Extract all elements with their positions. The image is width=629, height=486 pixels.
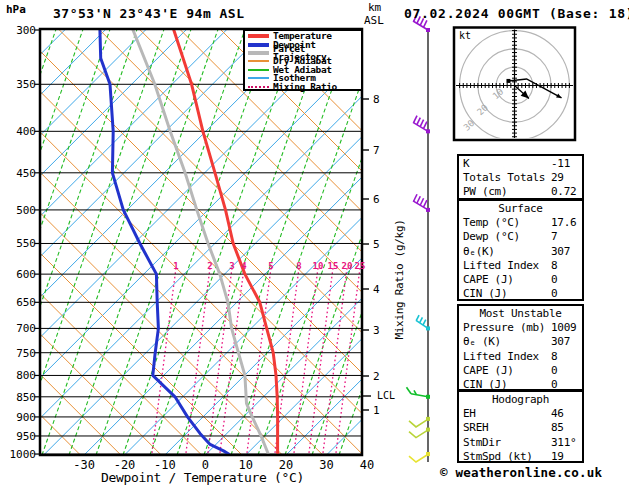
hodograph-trace-start	[506, 79, 510, 83]
dry-adiabat-line	[0, 29, 242, 455]
hodograph: 102030	[454, 28, 575, 141]
isotherm-line	[44, 29, 470, 455]
isotherm-line	[0, 29, 25, 455]
isotherm-line	[0, 29, 66, 455]
wet-adiabat-line	[258, 29, 407, 455]
chart-graphic	[417, 196, 420, 203]
dewpoint-curve	[100, 30, 229, 454]
wet-adiabat-line	[123, 29, 272, 455]
isotherm-line	[0, 29, 147, 455]
chart-graphic	[420, 18, 423, 25]
chart-graphic	[416, 315, 419, 321]
skewt-sounding-page: 102030 hPa 37°53'N 23°43'E 94m ASL km AS…	[0, 0, 629, 486]
wet-adiabat-line	[15, 29, 164, 455]
dry-adiabat-line	[0, 29, 323, 455]
chart-graphic	[409, 455, 427, 462]
chart-graphic	[424, 20, 427, 27]
dry-adiabat-line	[18, 29, 444, 455]
isotherm-line	[0, 29, 106, 455]
chart-graphic	[420, 198, 423, 205]
wind-barb	[413, 14, 430, 32]
chart-graphic	[414, 194, 417, 201]
wet-adiabat-line	[69, 29, 218, 455]
chart-graphic	[417, 16, 420, 23]
dry-adiabat-line	[58, 29, 484, 455]
wet-adiabat-line	[0, 29, 29, 455]
wet-adiabat-line	[231, 29, 380, 455]
chart-graphic	[414, 14, 417, 21]
dry-adiabat-line	[0, 29, 202, 455]
isotherm-line	[0, 29, 308, 455]
isotherm-line	[0, 29, 349, 455]
wind-barb	[409, 428, 430, 438]
chart-graphic	[417, 118, 420, 125]
skewt-plot-svg: 102030	[0, 0, 629, 486]
wind-barb	[409, 417, 430, 427]
wet-adiabat-line	[0, 29, 56, 455]
parcel-trajectory-curve	[133, 30, 268, 454]
chart-graphic	[416, 320, 428, 328]
wet-adiabat-line	[312, 29, 461, 455]
mixing-ratio-line	[208, 268, 232, 455]
chart-graphic	[407, 387, 412, 394]
chart-graphic	[420, 120, 423, 127]
wind-barb	[407, 387, 431, 399]
wet-adiabat-line	[285, 29, 434, 455]
chart-graphic	[409, 431, 427, 438]
chart-graphic	[423, 320, 426, 326]
chart-graphic	[411, 394, 428, 397]
wind-barb	[409, 452, 430, 462]
chart-graphic	[414, 116, 417, 123]
chart-graphic	[409, 420, 427, 427]
dry-adiabat-line	[0, 29, 40, 455]
wet-adiabat-line	[177, 29, 326, 455]
chart-graphic	[424, 122, 427, 129]
chart-graphic	[420, 317, 423, 323]
isotherm-line	[84, 29, 510, 455]
mixing-ratio-line	[309, 268, 333, 455]
chart-graphic	[424, 200, 427, 207]
